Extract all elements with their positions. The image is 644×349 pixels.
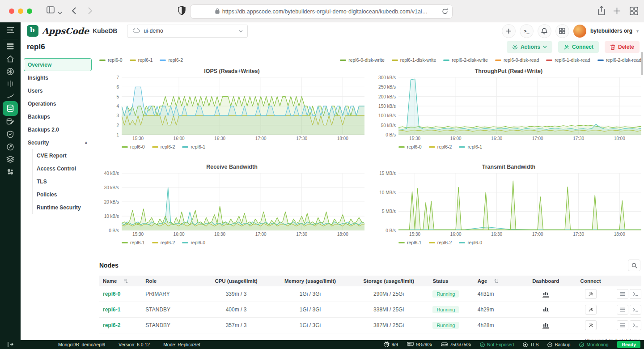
legend-item[interactable]: repl6-1-disk-read: [546, 57, 590, 63]
sidebar-item-users[interactable]: Users: [24, 84, 92, 97]
node-name-link[interactable]: repl6-0: [103, 291, 120, 297]
chart-legend: repl6-1repl6-2repl6-0: [376, 239, 641, 246]
sidebar-item-security[interactable]: Security∧: [24, 136, 92, 149]
page-header: repl6 Actions Connect Delete: [21, 39, 644, 55]
legend-item[interactable]: repl6-0: [459, 240, 482, 245]
home-icon[interactable]: [7, 55, 14, 64]
node-name-link[interactable]: repl6-2: [103, 322, 120, 328]
node-logs-button[interactable]: [617, 305, 628, 315]
column-header-age[interactable]: Age: [474, 276, 523, 286]
chevron-down-icon[interactable]: [58, 9, 62, 17]
share-icon[interactable]: [597, 6, 606, 17]
actions-button[interactable]: Actions: [507, 41, 552, 53]
sidebar-item-operations[interactable]: Operations: [24, 97, 92, 110]
legend-item[interactable]: repl6-0: [122, 144, 145, 149]
search-button[interactable]: [628, 260, 640, 271]
node-connect-button[interactable]: [585, 289, 597, 299]
shield-icon[interactable]: [7, 131, 14, 140]
account-name[interactable]: bytebuilders org: [590, 28, 632, 34]
flag-not-exposed[interactable]: Not Exposed: [480, 342, 514, 347]
reload-icon[interactable]: [442, 8, 448, 16]
sort-icon: [124, 279, 128, 284]
legend-item[interactable]: repl6-1: [398, 240, 422, 245]
extension-icon[interactable]: [7, 168, 14, 177]
node-logs-button[interactable]: [617, 289, 628, 299]
scrollbar-thumb[interactable]: [641, 52, 643, 75]
address-bar[interactable]: https://db.appscode.com/bytebuilders-org…: [190, 4, 453, 19]
avatar[interactable]: [573, 25, 586, 38]
legend-item[interactable]: repl6-2-disk-read: [597, 57, 641, 63]
node-terminal-button[interactable]: [630, 289, 641, 299]
legend-item[interactable]: repl6-2: [152, 144, 175, 149]
legend-item[interactable]: repl6-1: [130, 57, 153, 63]
forward-button[interactable]: [88, 7, 93, 17]
legend-item[interactable]: repl6-2: [152, 240, 175, 245]
flag-backup[interactable]: Backup: [547, 342, 570, 347]
target-icon[interactable]: [7, 143, 14, 153]
legend-item[interactable]: repl6-2: [429, 144, 452, 149]
database-edit-icon[interactable]: [6, 118, 14, 127]
node-cpu: 400m / 3: [200, 302, 272, 318]
dashboard-link[interactable]: [542, 306, 549, 313]
flag-monitoring[interactable]: Monitoring: [579, 342, 608, 347]
legend-item[interactable]: repl6-1-disk-write: [392, 57, 436, 63]
sidebar-item-runtime-security[interactable]: Runtime Security: [33, 201, 95, 214]
notifications-bell-icon[interactable]: [538, 24, 551, 38]
minimize-window-button[interactable]: [18, 9, 23, 14]
legend-item[interactable]: repl6-1: [122, 240, 145, 245]
terminal-button[interactable]: >_: [520, 24, 534, 38]
dashboard-link[interactable]: [542, 290, 549, 298]
swoosh-icon[interactable]: [6, 92, 14, 100]
legend-item[interactable]: repl6-0-disk-read: [495, 57, 539, 63]
new-tab-icon[interactable]: [613, 7, 621, 17]
close-window-button[interactable]: [9, 9, 14, 14]
stack-icon[interactable]: [7, 43, 14, 51]
sidebar-item-backups[interactable]: Backups: [24, 110, 92, 123]
node-connect-button[interactable]: [585, 305, 597, 315]
column-header-name[interactable]: Name: [99, 276, 142, 286]
sidebar-item-access-control[interactable]: Access Control: [33, 162, 95, 175]
dashboard-link[interactable]: [542, 322, 549, 329]
node-connect-button[interactable]: [585, 320, 597, 330]
sidebar-item-insights[interactable]: Insights: [24, 71, 92, 84]
sidebar-item-label: CVE Report: [37, 153, 67, 159]
delete-button[interactable]: Delete: [605, 41, 640, 53]
kubernetes-icon[interactable]: [6, 68, 14, 77]
connect-button[interactable]: Connect: [558, 41, 599, 53]
sidebar-item-policies[interactable]: Policies: [33, 188, 95, 201]
sidebar-item-overview[interactable]: Overview: [24, 58, 92, 71]
legend-item[interactable]: repl6-0: [182, 240, 205, 245]
node-terminal-button[interactable]: [630, 305, 641, 315]
chevron-down-icon: [239, 28, 243, 34]
node-logs-button[interactable]: [617, 320, 628, 330]
sidebar-item-cve-report[interactable]: CVE Report: [33, 149, 95, 162]
back-button[interactable]: [72, 7, 76, 17]
zoom-window-button[interactable]: [27, 9, 32, 14]
helm-icon[interactable]: [7, 80, 13, 89]
chevron-down-icon[interactable]: ▾: [636, 29, 639, 34]
node-name-link[interactable]: repl6-1: [103, 306, 120, 313]
sidebar-item-backups-2-0[interactable]: Backups 2.0: [24, 123, 92, 136]
legend-item[interactable]: repl6-1: [459, 144, 482, 149]
menu-collapse-icon[interactable]: [6, 27, 14, 35]
legend-item[interactable]: repl6-0-disk-write: [340, 57, 385, 63]
legend-item[interactable]: repl6-0: [99, 57, 123, 63]
panel-expand-icon[interactable]: [7, 341, 13, 348]
sidebar-toggle-icon[interactable]: [46, 6, 55, 16]
legend-item[interactable]: repl6-2: [429, 240, 452, 245]
add-button[interactable]: [502, 24, 516, 38]
appscode-logo[interactable]: [27, 25, 38, 37]
cluster-selector[interactable]: ui-demo: [127, 25, 248, 38]
legend-item[interactable]: repl6-0: [398, 144, 422, 149]
layers-icon[interactable]: [7, 156, 14, 165]
database-icon[interactable]: [6, 104, 14, 114]
tab-overview-icon[interactable]: [630, 7, 638, 17]
legend-item[interactable]: repl6-2-disk-write: [443, 57, 488, 63]
legend-item[interactable]: repl6-2: [160, 57, 183, 63]
legend-item[interactable]: repl6-1: [182, 144, 205, 149]
sidebar-item-tls[interactable]: TLS: [33, 175, 95, 188]
privacy-shield-icon[interactable]: [178, 6, 186, 17]
flag-tls[interactable]: TLS: [523, 342, 538, 347]
node-terminal-button[interactable]: [630, 320, 641, 330]
apps-grid-icon[interactable]: [555, 24, 569, 38]
